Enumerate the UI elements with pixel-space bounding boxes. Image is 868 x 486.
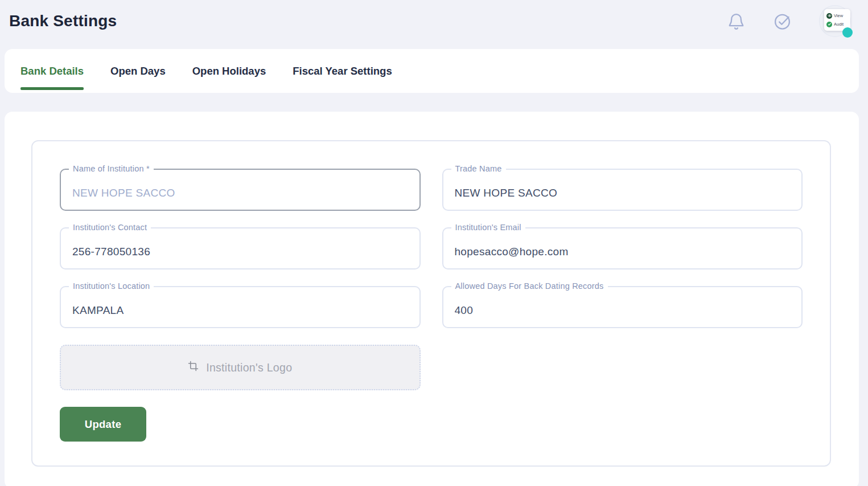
institution-contact-input[interactable]	[61, 228, 419, 268]
field-institution-contact: Institution's Contact	[60, 227, 421, 269]
tab-open-days-label: Open Days	[110, 65, 166, 77]
update-button[interactable]: Update	[60, 407, 146, 442]
settings-tabbar: Bank Details Open Days Open Holidays Fis…	[5, 49, 859, 93]
institution-location-input[interactable]	[61, 287, 419, 327]
name-of-institution-input[interactable]	[61, 170, 419, 210]
avatar-menu-audit-label: Audit	[834, 22, 844, 27]
avatar-menu-view: View	[826, 11, 849, 20]
avatar-menu-view-label: View	[834, 13, 843, 18]
page-title: Bank Settings	[9, 12, 117, 30]
active-tab-underline	[20, 87, 84, 90]
institution-logo-upload[interactable]: Institution's Logo	[60, 345, 421, 390]
field-name-of-institution: Name of Institution *	[60, 169, 421, 211]
user-avatar[interactable]: View Audit	[819, 5, 851, 37]
tab-bank-details[interactable]: Bank Details	[20, 49, 84, 93]
trade-name-input[interactable]	[443, 170, 802, 210]
tab-fiscal-year-settings-label: Fiscal Year Settings	[293, 65, 392, 77]
tab-bank-details-label: Bank Details	[20, 65, 84, 77]
tab-open-days[interactable]: Open Days	[110, 49, 166, 93]
approvals-button[interactable]	[773, 12, 792, 31]
field-institution-email: Institution's Email	[442, 227, 803, 269]
tab-fiscal-year-settings[interactable]: Fiscal Year Settings	[293, 49, 392, 93]
field-backdating-days: Allowed Days For Back Dating Records	[442, 286, 803, 328]
shield-check-icon	[826, 22, 832, 27]
bank-details-form-panel: Name of Institution * Trade Name Institu…	[31, 140, 831, 467]
check-circle-icon	[773, 24, 792, 32]
field-institution-location: Institution's Location	[60, 286, 421, 328]
field-trade-name: Trade Name	[442, 169, 803, 211]
header-actions: View Audit	[727, 5, 851, 37]
backdating-days-input[interactable]	[443, 287, 802, 327]
tab-open-holidays[interactable]: Open Holidays	[192, 49, 266, 93]
eye-icon	[826, 13, 832, 19]
online-status-dot	[842, 27, 853, 38]
bell-icon	[727, 24, 746, 32]
institution-email-input[interactable]	[443, 228, 802, 268]
institution-logo-label: Institution's Logo	[206, 361, 292, 374]
bank-details-form: Name of Institution * Trade Name Institu…	[60, 169, 803, 442]
notifications-button[interactable]	[727, 12, 746, 31]
submit-row: Update	[60, 390, 421, 442]
tab-open-holidays-label: Open Holidays	[192, 65, 266, 77]
crop-icon	[188, 361, 199, 374]
bank-details-card: Name of Institution * Trade Name Institu…	[5, 112, 859, 486]
page-header: Bank Settings	[0, 0, 868, 42]
